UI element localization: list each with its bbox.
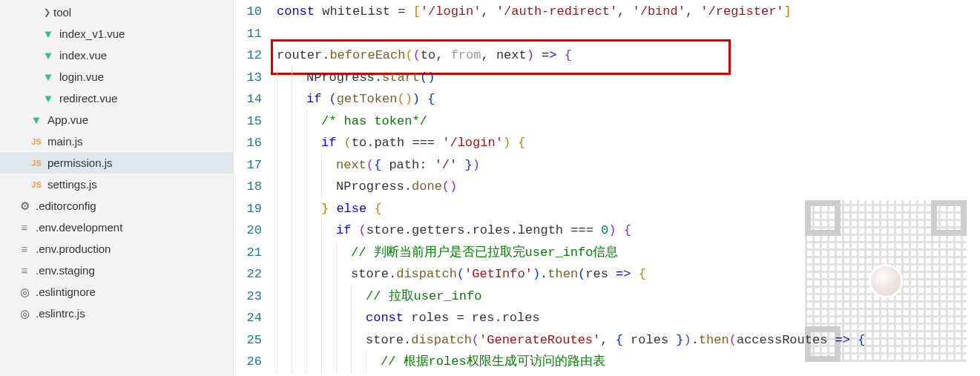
file-tree-item[interactable]: ≡.env.staging	[0, 260, 233, 281]
code-token: (	[472, 333, 479, 347]
file-label: settings.js	[47, 178, 97, 191]
code-token: {	[858, 333, 865, 347]
code-token: res	[585, 267, 616, 281]
code-token: )	[405, 92, 412, 106]
code-line[interactable]: router.beforeEach((to, from, next) => {	[277, 44, 980, 67]
code-line[interactable]: store.dispatch('GetInfo').then(res => {	[277, 263, 980, 286]
code-token: path	[381, 158, 419, 172]
file-label: .env.development	[36, 221, 122, 234]
file-tree-item[interactable]: JSmain.js	[0, 131, 233, 152]
vue-file-icon: ▼	[42, 70, 55, 83]
code-token: (	[457, 267, 464, 281]
code-token: :	[419, 158, 434, 172]
code-token: {	[427, 92, 435, 106]
code-token: from	[451, 48, 481, 62]
file-label: .env.staging	[36, 264, 95, 277]
file-tree-item[interactable]: ≡.env.development	[0, 217, 233, 238]
code-token: (	[442, 179, 450, 194]
line-number: 19	[234, 198, 262, 220]
eslint-icon: ◎	[18, 286, 31, 299]
code-token: /* has token*/	[321, 114, 427, 128]
code-token: getToken	[337, 92, 398, 106]
code-token: if	[336, 223, 351, 237]
file-tree-item[interactable]: ❯tool	[0, 1, 233, 23]
code-token: ,	[617, 4, 632, 19]
code-line[interactable]: next({ path: '/' })	[277, 154, 980, 177]
file-label: tool	[53, 6, 71, 19]
code-line[interactable]: // 判断当前用户是否已拉取完user_info信息	[277, 242, 980, 264]
file-tree-item[interactable]: ▼redirect.vue	[0, 88, 233, 109]
code-token: .	[691, 333, 699, 347]
line-number: 15	[234, 111, 262, 133]
file-tree-item[interactable]: JSsettings.js	[0, 174, 233, 195]
code-token	[850, 333, 858, 347]
code-token: ===	[570, 223, 601, 237]
code-token: // 根据roles权限生成可访问的路由表	[381, 354, 605, 369]
line-number: 21	[234, 242, 262, 264]
code-token	[321, 92, 329, 106]
code-line[interactable]: if (store.getters.roles.length === 0) {	[277, 220, 980, 242]
code-token	[510, 136, 518, 150]
code-token: ,	[600, 333, 615, 347]
file-tree-item[interactable]: JSpermission.js	[0, 152, 233, 174]
file-explorer[interactable]: ❯tool▼index_v1.vue▼index.vue▼login.vue▼r…	[0, 0, 234, 376]
file-tree-item[interactable]: ▼App.vue	[0, 109, 233, 131]
code-token: )	[684, 333, 691, 347]
code-line[interactable]: if (getToken()) {	[277, 88, 980, 111]
code-token: =>	[835, 333, 850, 347]
code-token: to.path	[352, 136, 412, 150]
code-line[interactable]	[277, 23, 980, 45]
file-tree-item[interactable]: ▼login.vue	[0, 66, 233, 88]
code-token: 'GenerateRoutes'	[479, 333, 600, 347]
line-number: 11	[234, 23, 262, 45]
code-token: (	[329, 92, 337, 106]
code-line[interactable]: const whiteList = ['/login', '/auth-redi…	[277, 1, 980, 23]
file-label: login.vue	[59, 70, 104, 83]
file-tree-item[interactable]: ▼index_v1.vue	[0, 23, 233, 44]
code-editor[interactable]: 1011121314151617181920212223242526 const…	[234, 0, 980, 376]
code-token: 'GetInfo'	[464, 267, 533, 281]
code-line[interactable]: store.dispatch('GenerateRoutes', { roles…	[277, 329, 980, 352]
code-token: to	[421, 48, 435, 62]
code-token	[616, 223, 623, 237]
code-token: (	[413, 48, 421, 62]
code-token: (	[366, 158, 374, 172]
code-area[interactable]: const whiteList = ['/login', '/auth-redi…	[277, 0, 980, 376]
file-tree-item[interactable]: ◎.eslintrc.js	[0, 303, 233, 324]
code-line[interactable]: const roles = res.roles	[277, 307, 980, 329]
code-token: {	[565, 48, 572, 62]
file-label: main.js	[47, 135, 83, 148]
code-line[interactable]: // 根据roles权限生成可访问的路由表	[277, 351, 980, 373]
code-token: )	[450, 179, 457, 194]
code-token: ]	[784, 4, 792, 19]
code-token: dispatch	[396, 267, 457, 281]
file-tree-item[interactable]: ◎.eslintignore	[0, 281, 233, 303]
code-token: ,	[481, 48, 496, 62]
code-line[interactable]: // 拉取user_info	[277, 286, 980, 308]
code-token: ,	[481, 4, 496, 19]
code-line[interactable]: } else {	[277, 198, 980, 220]
vue-file-icon: ▼	[42, 27, 55, 40]
code-token: beforeEach	[329, 48, 405, 62]
js-file-icon: JS	[30, 137, 43, 146]
line-number: 25	[234, 329, 262, 352]
code-token: ,	[435, 48, 450, 62]
file-tree-item[interactable]: ≡.env.production	[0, 238, 233, 260]
code-token: }	[676, 333, 683, 347]
file-tree-item[interactable]: ⚙.editorconfig	[0, 195, 233, 217]
code-token: start	[382, 70, 420, 85]
vue-file-icon: ▼	[30, 113, 43, 126]
code-token: {	[374, 158, 381, 172]
file-label: permission.js	[47, 156, 113, 169]
code-line[interactable]: NProgress.start()	[277, 67, 980, 89]
file-label: .eslintrc.js	[36, 307, 85, 320]
file-tree-item[interactable]: ▼index.vue	[0, 44, 233, 66]
code-token: store.	[366, 333, 411, 347]
code-line[interactable]: /* has token*/	[277, 111, 980, 133]
code-token: (	[397, 92, 404, 106]
code-token: then	[699, 333, 729, 347]
code-token: (	[420, 70, 427, 85]
code-line[interactable]: NProgress.done()	[277, 176, 980, 198]
code-line[interactable]: if (to.path === '/login') {	[277, 132, 980, 154]
file-label: App.vue	[47, 113, 88, 126]
